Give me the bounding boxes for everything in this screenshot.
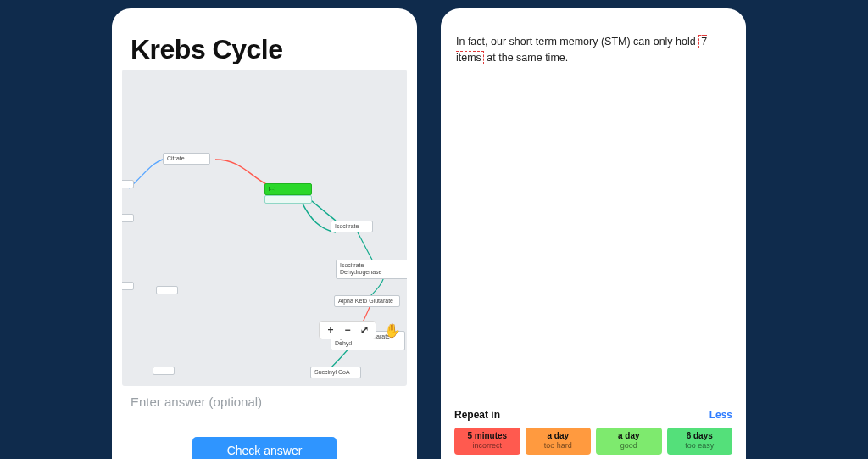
- zoom-fit-icon[interactable]: ⤢: [359, 324, 370, 336]
- map-node-stub[interactable]: [156, 286, 178, 294]
- page-title: Krebs Cycle: [131, 34, 282, 65]
- map-node-alpha-keto-glutarate[interactable]: Alpha Keto Glutarate: [334, 295, 400, 307]
- map-node-iso-dehydrogenase[interactable]: Isocitrate Dehydrogenase: [336, 260, 407, 279]
- grade-time: a day: [598, 431, 660, 441]
- pan-hand-icon[interactable]: ✋: [383, 321, 402, 339]
- grade-time: a day: [527, 431, 590, 441]
- map-node-succinyl-coa[interactable]: Succinyl CoA: [310, 367, 361, 378]
- zoom-in-icon[interactable]: +: [325, 324, 337, 336]
- fact-text: In fact, our short term memory (STM) can…: [456, 34, 731, 67]
- grade-label: too easy: [669, 441, 732, 451]
- grade-too-easy[interactable]: 6 days too easy: [667, 428, 733, 455]
- map-node-spacer[interactable]: [264, 195, 312, 204]
- map-node-stub[interactable]: [122, 180, 134, 188]
- grade-incorrect[interactable]: 5 minutes incorrect: [454, 428, 520, 455]
- fact-text-post: at the same time.: [484, 52, 568, 64]
- grade-too-hard[interactable]: a day too hard: [526, 428, 592, 455]
- less-link[interactable]: Less: [709, 409, 732, 421]
- grade-label: good: [598, 441, 660, 451]
- repeat-footer: Repeat in Less 5 minutes incorrect a day…: [441, 409, 746, 455]
- zoom-out-icon[interactable]: −: [342, 324, 353, 336]
- map-node-stub[interactable]: [122, 282, 134, 290]
- grade-label: incorrect: [456, 441, 519, 451]
- map-node-citrate[interactable]: Citrate: [163, 153, 210, 165]
- answer-input[interactable]: [131, 395, 398, 409]
- quiz-card: Krebs Cycle Citrate [...] Isocitrate Iso: [112, 8, 417, 459]
- grade-label: too hard: [527, 441, 590, 451]
- fact-text-pre: In fact, our short term memory (STM) can…: [456, 36, 698, 48]
- grade-time: 6 days: [669, 431, 732, 441]
- map-node-stub[interactable]: [153, 367, 175, 375]
- grade-choices: 5 minutes incorrect a day too hard a day…: [454, 428, 732, 455]
- repeat-in-label: Repeat in: [454, 409, 500, 421]
- review-card: In fact, our short term memory (STM) can…: [441, 8, 746, 459]
- map-node-stub[interactable]: [122, 214, 134, 222]
- concept-map[interactable]: Citrate [...] Isocitrate Isocitrate Dehy…: [122, 70, 407, 386]
- check-answer-button[interactable]: Check answer: [192, 437, 337, 459]
- map-zoom-toolbar: + − ⤢: [319, 321, 376, 339]
- map-node-active[interactable]: [...]: [264, 183, 312, 195]
- grade-time: 5 minutes: [456, 431, 519, 441]
- map-node-isocitrate[interactable]: Isocitrate: [331, 221, 373, 232]
- grade-good[interactable]: a day good: [596, 428, 662, 455]
